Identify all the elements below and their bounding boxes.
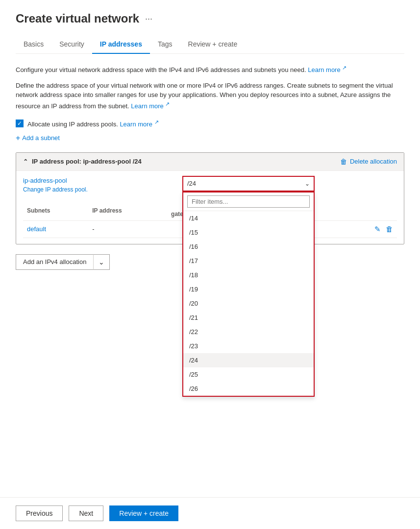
trash-icon: 🗑: [340, 158, 347, 166]
chevron-down-icon: ⌄: [305, 180, 310, 187]
edit-icon[interactable]: ✎: [374, 225, 381, 234]
chevron-up-icon[interactable]: ⌃: [23, 158, 28, 165]
dropdown-item-19[interactable]: /19: [183, 282, 314, 296]
next-button[interactable]: Next: [69, 505, 103, 521]
col-ip-address: IP address: [88, 201, 167, 221]
tab-review-create[interactable]: Review + create: [180, 35, 246, 54]
dropdown-item-16[interactable]: /16: [183, 240, 314, 254]
plus-icon: +: [16, 134, 20, 143]
col-subnets: Subnets: [23, 201, 88, 221]
dropdown-item-22[interactable]: /22: [183, 325, 314, 339]
dropdown-item-20[interactable]: /20: [183, 296, 314, 311]
add-subnet-button[interactable]: + Add a subnet: [16, 134, 404, 143]
dropdown-item-14[interactable]: /14: [183, 211, 314, 225]
learn-more-link-2[interactable]: Learn more ↗: [131, 102, 170, 110]
allocate-checkbox-row: ✓ Allocate using IP address pools. Learn…: [16, 119, 404, 128]
add-ipv4-chevron-icon: ⌄: [99, 258, 104, 266]
dropdown-item-18[interactable]: /18: [183, 268, 314, 282]
previous-button[interactable]: Previous: [16, 505, 63, 521]
dropdown-item-15[interactable]: /15: [183, 225, 314, 240]
cidr-dropdown-trigger[interactable]: /24 ⌄: [182, 176, 315, 192]
learn-more-link-1[interactable]: Learn more ↗: [308, 66, 346, 73]
tab-nav: Basics Security IP addresses Tags Review…: [16, 35, 404, 54]
dropdown-item-23[interactable]: /23: [183, 339, 314, 353]
page-title: Create virtual network: [16, 12, 139, 25]
dropdown-item-25[interactable]: /25: [183, 367, 314, 382]
subnet-link-default[interactable]: default: [27, 225, 46, 233]
add-ipv4-main: Add an IPv4 allocation: [16, 254, 93, 270]
add-ipv4-dropdown-toggle[interactable]: ⌄: [93, 254, 110, 270]
delete-row-icon[interactable]: 🗑: [386, 225, 393, 233]
checkbox-learn-more-link[interactable]: Learn more ↗: [120, 120, 158, 128]
pool-card-title: IP address pool: ip-address-pool /24: [32, 158, 142, 165]
delete-allocation-button[interactable]: 🗑 Delete allocation: [340, 158, 397, 166]
ip-address-cell: -: [88, 220, 167, 238]
tab-basics[interactable]: Basics: [16, 35, 51, 54]
dropdown-filter: [183, 192, 314, 211]
dropdown-item-21[interactable]: /21: [183, 311, 314, 325]
tab-tags[interactable]: Tags: [150, 35, 180, 54]
dropdown-item-17[interactable]: /17: [183, 254, 314, 268]
pool-card-header: ⌃ IP address pool: ip-address-pool /24 🗑…: [16, 153, 404, 171]
tab-ip-addresses[interactable]: IP addresses: [92, 35, 150, 54]
row-actions: ✎ 🗑: [345, 225, 393, 234]
tab-security[interactable]: Security: [51, 35, 92, 54]
dropdown-item-24[interactable]: /24: [183, 353, 314, 367]
allocate-checkbox[interactable]: ✓: [16, 120, 24, 127]
dropdown-list: /14 /15 /16 /17 /18 /19 /20 /21 /22 /23 …: [183, 211, 314, 396]
info-text-2: Define the address space of your virtual…: [16, 81, 404, 111]
info-text-1: Configure your virtual network address s…: [16, 64, 404, 75]
cidr-dropdown-panel: /14 /15 /16 /17 /18 /19 /20 /21 /22 /23 …: [182, 192, 315, 397]
more-options-icon[interactable]: ···: [145, 14, 152, 24]
review-create-button[interactable]: Review + create: [109, 505, 178, 521]
dropdown-item-26[interactable]: /26: [183, 382, 314, 396]
footer: Previous Next Review + create: [0, 497, 420, 529]
dropdown-filter-input[interactable]: [187, 195, 310, 208]
dropdown-selected-value: /24: [187, 180, 196, 187]
